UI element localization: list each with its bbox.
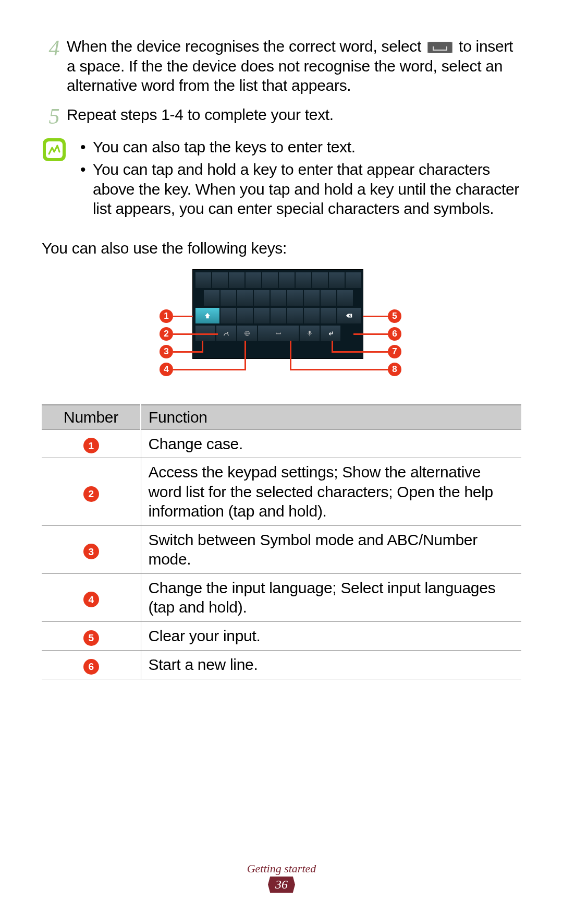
- row-badge-2: 2: [83, 486, 99, 502]
- row-badge-3: 3: [83, 544, 99, 559]
- step-5-number: 5: [42, 105, 67, 128]
- note-bullet-1: You can also tap the keys to enter text.: [93, 137, 356, 157]
- keyboard-image: [193, 270, 363, 358]
- bullet-dot: •: [80, 160, 93, 219]
- also-use-text: You can also use the following keys:: [42, 239, 521, 257]
- callout-6: 6: [388, 327, 401, 341]
- row-func-1: Change case.: [141, 429, 521, 458]
- footer-section: Getting started: [0, 862, 563, 875]
- table-header-number: Number: [42, 405, 141, 430]
- row-func-3: Switch between Symbol mode and ABC/Numbe…: [141, 525, 521, 573]
- row-func-6: Start a new line.: [141, 650, 521, 679]
- note-icon: [42, 137, 67, 162]
- svg-rect-4: [309, 330, 311, 333]
- page-footer: Getting started 36: [0, 862, 563, 893]
- table-row: 2 Access the keypad settings; Show the a…: [42, 458, 521, 526]
- note-bullet-2: You can tap and hold a key to enter that…: [93, 160, 521, 219]
- callout-8: 8: [388, 363, 401, 376]
- callout-2: 2: [160, 327, 173, 341]
- bullet-dot: •: [80, 137, 93, 157]
- svg-point-2: [227, 332, 228, 333]
- space-key: [258, 325, 299, 342]
- enter-key: [320, 325, 341, 342]
- step-5: 5 Repeat steps 1-4 to complete your text…: [42, 105, 521, 128]
- row-badge-1: 1: [83, 438, 99, 453]
- settings-key: [216, 325, 237, 342]
- svg-rect-1: [46, 141, 63, 158]
- row-func-4: Change the input language; Select input …: [141, 573, 521, 621]
- callout-7: 7: [388, 345, 401, 358]
- table-header-function: Function: [141, 405, 521, 430]
- step-5-text: Repeat steps 1-4 to complete your text.: [67, 105, 334, 125]
- step-4-number: 4: [42, 37, 67, 59]
- row-func-2: Access the keypad settings; Show the alt…: [141, 458, 521, 526]
- note-block: • You can also tap the keys to enter tex…: [42, 137, 521, 222]
- shift-key: [195, 307, 220, 324]
- function-table: Number Function 1 Change case. 2 Access …: [42, 404, 521, 679]
- callout-1: 1: [160, 309, 173, 323]
- table-row: 1 Change case.: [42, 429, 521, 458]
- row-badge-5: 5: [83, 630, 99, 646]
- keyboard-diagram: 1 2 3 4 5 6 7 8: [136, 270, 427, 387]
- callout-5: 5: [388, 309, 401, 323]
- page-number: 36: [268, 877, 295, 893]
- mic-key: [299, 325, 320, 342]
- row-func-5: Clear your input.: [141, 621, 521, 650]
- language-key: [237, 325, 258, 342]
- step-4-text-a: When the device recognises the correct w…: [67, 38, 425, 55]
- row-badge-4: 4: [83, 592, 99, 607]
- step-4-text: When the device recognises the correct w…: [67, 37, 521, 95]
- table-row: 4 Change the input language; Select inpu…: [42, 573, 521, 621]
- table-row: 5 Clear your input.: [42, 621, 521, 650]
- spacebar-icon: [427, 42, 452, 53]
- table-row: 3 Switch between Symbol mode and ABC/Num…: [42, 525, 521, 573]
- backspace-key: [337, 307, 362, 324]
- callout-3: 3: [160, 345, 173, 358]
- row-badge-6: 6: [83, 659, 99, 675]
- callout-4: 4: [160, 363, 173, 376]
- step-4: 4 When the device recognises the correct…: [42, 37, 521, 95]
- table-row: 6 Start a new line.: [42, 650, 521, 679]
